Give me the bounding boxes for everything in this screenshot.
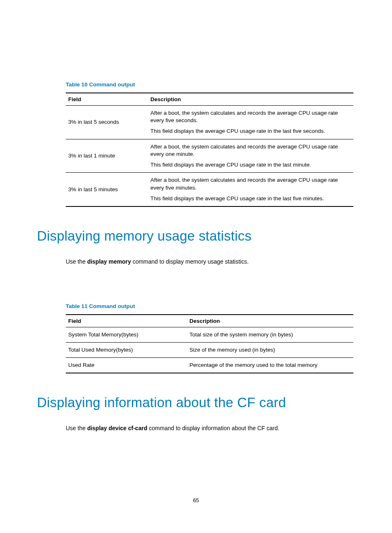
cell-field: 3% in last 1 minute [66,139,148,173]
table-row: Used Rate Percentage of the memory used … [66,358,353,373]
table-row: System Total Memory(bytes) Total size of… [66,327,353,342]
cell-field: 3% in last 5 minutes [66,173,148,206]
cell-desc: Total size of the system memory (in byte… [187,327,353,342]
page-number: 65 [0,497,392,503]
table-header-row: Field Description [66,93,353,106]
table-row: Total Used Memory(bytes) Size of the mem… [66,342,353,357]
table-row: 3% in last 5 seconds After a boot, the s… [66,106,353,139]
col-field: Field [66,315,187,327]
table-10-caption: Table 10 Command output [66,81,355,88]
heading-cf-card: Displaying information about the CF card [37,395,355,410]
table-11-caption: Table 11 Command output [66,303,355,309]
cell-field: Used Rate [66,358,187,373]
paragraph-cf-card: Use the display device cf-card command t… [66,424,355,433]
cell-desc: After a boot, the system calculates and … [148,173,353,206]
paragraph-memory: Use the display memory command to displa… [66,258,355,266]
cell-desc: After a boot, the system calculates and … [148,106,353,139]
col-field: Field [66,93,148,106]
cell-desc: Size of the memory used (in bytes) [187,342,353,357]
cell-desc: After a boot, the system calculates and … [148,139,353,173]
table-10: Field Description 3% in last 5 seconds A… [66,93,353,207]
table-row: 3% in last 5 minutes After a boot, the s… [66,173,353,206]
table-row: 3% in last 1 minute After a boot, the sy… [66,139,353,173]
col-description: Description [187,315,353,327]
col-description: Description [148,93,353,106]
cell-field: 3% in last 5 seconds [66,106,148,139]
heading-memory-usage: Displaying memory usage statistics [37,228,355,244]
cell-field: System Total Memory(bytes) [66,327,187,342]
table-header-row: Field Description [66,315,353,327]
cell-desc: Percentage of the memory used to the tot… [187,358,353,373]
table-11: Field Description System Total Memory(by… [66,314,353,374]
cell-field: Total Used Memory(bytes) [66,342,187,357]
